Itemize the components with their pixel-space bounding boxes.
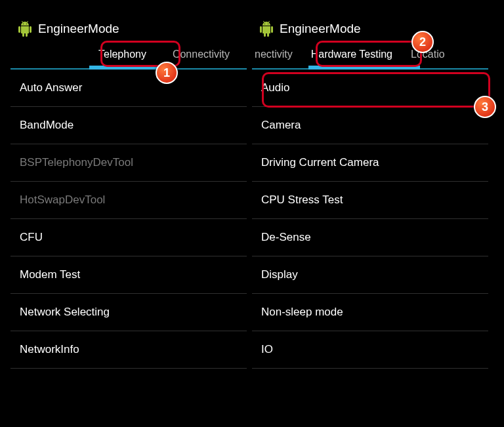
app-header: EngineerMode: [10, 16, 247, 41]
android-icon: [17, 21, 33, 37]
android-icon: [259, 21, 274, 37]
list-item[interactable]: NetworkInfo: [10, 331, 247, 369]
list-item[interactable]: HotSwapDevTool: [10, 182, 247, 219]
list-item[interactable]: Modem Test: [10, 256, 247, 294]
tab-label: Telephony: [98, 49, 146, 60]
list-item[interactable]: CFU: [10, 219, 247, 256]
app-title: EngineerMode: [38, 22, 119, 36]
list-item[interactable]: Camera: [252, 107, 488, 144]
list-item[interactable]: De-Sense: [252, 219, 488, 256]
tab-hardware-testing[interactable]: Hardware Testing: [302, 41, 402, 68]
tab-bar: nectivity Hardware Testing Locatio: [252, 41, 488, 70]
tab-connectivity[interactable]: Connectivity: [156, 41, 247, 68]
tab-telephony[interactable]: Telephony: [89, 41, 156, 68]
list-item[interactable]: Audio: [252, 70, 488, 107]
tab-active-indicator: [89, 66, 168, 70]
list-item[interactable]: CPU Stress Test: [252, 182, 488, 219]
list-item[interactable]: Non-sleep mode: [252, 294, 488, 331]
list-item[interactable]: Display: [252, 256, 488, 294]
list-item[interactable]: IO: [252, 331, 488, 369]
tab-label: nectivity: [255, 49, 293, 60]
list-item[interactable]: Network Selecting: [10, 294, 247, 331]
app-title: EngineerMode: [280, 22, 361, 36]
list-item[interactable]: BSPTelephonyDevTool: [10, 144, 247, 182]
list-item[interactable]: BandMode: [10, 107, 247, 144]
tab-bar: Telephony Connectivity: [10, 41, 247, 70]
tab-label: Locatio: [411, 49, 445, 60]
app-header: EngineerMode: [252, 16, 488, 41]
phone-screen-right: EngineerMode nectivity Hardware Testing …: [252, 16, 488, 369]
tab-connectivity-partial[interactable]: nectivity: [252, 41, 302, 68]
list-item[interactable]: Driving Current Camera: [252, 144, 488, 182]
tab-location-partial[interactable]: Locatio: [402, 41, 448, 68]
menu-list[interactable]: Auto AnswerBandModeBSPTelephonyDevToolHo…: [10, 70, 247, 369]
menu-list[interactable]: AudioCameraDriving Current CameraCPU Str…: [252, 70, 488, 369]
tab-active-indicator: [308, 66, 420, 70]
tab-label: Connectivity: [173, 49, 230, 60]
tab-label: Hardware Testing: [311, 49, 392, 60]
list-item[interactable]: Auto Answer: [10, 70, 247, 107]
phone-screen-left: EngineerMode Telephony Connectivity Auto…: [10, 16, 247, 369]
